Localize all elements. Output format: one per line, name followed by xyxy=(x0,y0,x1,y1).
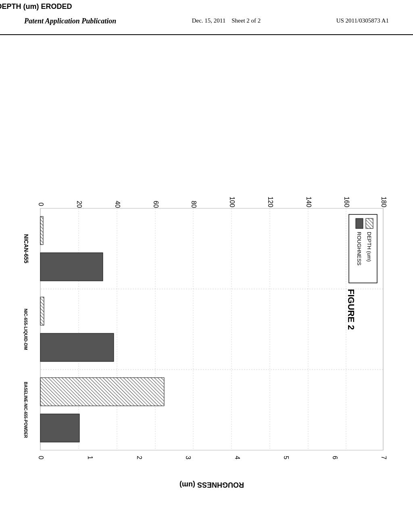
svg-text:80: 80 xyxy=(190,201,197,208)
svg-text:ROUGHNESS: ROUGHNESS xyxy=(356,232,362,266)
svg-text:1: 1 xyxy=(87,456,94,459)
sheet-info: Sheet 2 of 2 xyxy=(232,17,261,24)
svg-text:ROUGHNESS (um): ROUGHNESS (um) xyxy=(179,481,244,489)
publication-title: Patent Application Publication xyxy=(24,16,116,26)
svg-text:4: 4 xyxy=(234,456,241,459)
svg-text:180: 180 xyxy=(380,197,387,208)
svg-rect-15 xyxy=(40,253,103,281)
svg-text:160: 160 xyxy=(343,197,350,208)
svg-text:DEPTH (um): DEPTH (um) xyxy=(366,232,372,262)
svg-rect-46 xyxy=(356,218,363,229)
svg-rect-14 xyxy=(40,216,43,245)
svg-text:7: 7 xyxy=(380,456,387,459)
page-content: 0 20 40 60 80 100 120 140 160 180 DEPTH … xyxy=(0,35,413,511)
svg-text:60: 60 xyxy=(152,201,159,208)
svg-text:5: 5 xyxy=(283,456,290,459)
svg-text:0: 0 xyxy=(38,456,44,459)
svg-rect-19 xyxy=(40,414,79,442)
publication-date: Dec. 15, 2011 xyxy=(192,17,226,24)
svg-text:100: 100 xyxy=(229,197,236,208)
svg-rect-44 xyxy=(366,218,373,229)
svg-text:3: 3 xyxy=(185,456,192,459)
svg-rect-17 xyxy=(40,333,114,362)
svg-rect-16 xyxy=(40,297,44,325)
svg-text:6: 6 xyxy=(332,456,338,459)
header-center: Dec. 15, 2011 Sheet 2 of 2 xyxy=(192,16,261,25)
patent-number: US 2011/0305873 A1 xyxy=(336,16,389,25)
svg-text:40: 40 xyxy=(114,201,121,208)
svg-rect-18 xyxy=(40,378,164,406)
svg-text:NICAN-655: NICAN-655 xyxy=(23,234,29,264)
svg-text:20: 20 xyxy=(76,201,83,208)
figure-2-chart: 0 20 40 60 80 100 120 140 160 180 DEPTH … xyxy=(20,47,383,531)
svg-text:0: 0 xyxy=(38,203,44,206)
svg-text:NIC-655-LIQUID-DM: NIC-655-LIQUID-DM xyxy=(23,309,28,350)
figure-label: FIGURE 2 xyxy=(346,289,356,330)
svg-text:2: 2 xyxy=(136,456,143,459)
svg-text:120: 120 xyxy=(267,197,274,208)
svg-text:140: 140 xyxy=(305,197,312,208)
svg-text:DEPTH (um) ERODED: DEPTH (um) ERODED xyxy=(0,2,72,10)
svg-text:BASELINE-NIC-655-POWDER: BASELINE-NIC-655-POWDER xyxy=(23,382,28,438)
svg-rect-0 xyxy=(40,208,383,450)
chart-plot-area: 0 20 40 60 80 100 120 140 160 180 DEPTH … xyxy=(0,2,387,489)
